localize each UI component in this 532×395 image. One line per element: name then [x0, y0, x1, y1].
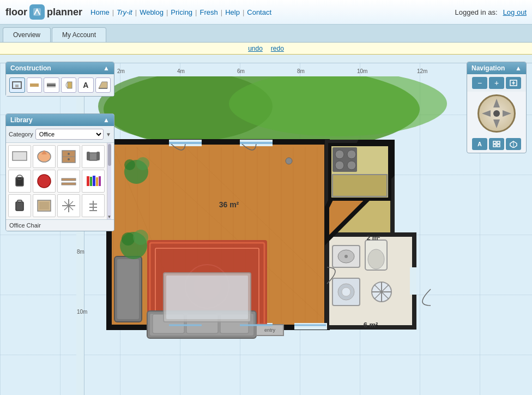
lib-item-bag[interactable]	[8, 170, 31, 193]
svg-text:6 m²: 6 m²	[364, 321, 378, 329]
svg-point-103	[68, 153, 70, 155]
library-panel: Library ▲ Category Office Living Room Be…	[5, 113, 114, 231]
user-area: Logged in as: Log out	[455, 8, 527, 16]
category-arrow-icon: ▼	[106, 131, 111, 137]
category-select[interactable]: Office Living Room Bedroom Kitchen Bathr…	[35, 129, 104, 140]
nav-panel-collapse-icon[interactable]: ▲	[515, 64, 522, 72]
svg-text:36 m²: 36 m²	[219, 200, 239, 209]
construction-collapse-icon[interactable]: ▲	[103, 64, 110, 72]
library-scroll-down[interactable]: ▼	[107, 214, 111, 219]
nav-pricing[interactable]: Pricing	[171, 8, 192, 16]
main-canvas: undo redo 2m 4m 6m 8m 10m 12m 6m 8m 10m	[0, 43, 532, 395]
ruler-10m: 10m	[357, 68, 367, 74]
svg-point-64	[347, 161, 356, 170]
logo: floor planner	[5, 4, 82, 20]
logo-icon	[29, 4, 45, 20]
lib-item-desk2[interactable]	[57, 194, 80, 217]
zoom-in-button[interactable]: +	[489, 77, 504, 89]
svg-rect-111	[62, 178, 76, 181]
zoom-out-button[interactable]: −	[472, 77, 487, 89]
nav-help[interactable]: Help	[225, 8, 240, 16]
library-scrollbar[interactable]: ▼	[107, 143, 111, 219]
tab-overview[interactable]: Overview	[3, 27, 51, 42]
lib-item-armchair[interactable]	[82, 145, 105, 168]
compass-west	[482, 110, 491, 117]
lib-item-cabinet[interactable]	[57, 145, 80, 168]
svg-point-73	[342, 288, 350, 296]
svg-rect-133	[493, 141, 496, 143]
view-2d-button[interactable]: A	[472, 138, 487, 150]
svg-rect-34	[294, 323, 327, 330]
undo-button[interactable]: undo	[248, 45, 263, 52]
category-label: Category	[9, 131, 33, 137]
svg-rect-134	[497, 141, 500, 143]
svg-rect-115	[93, 176, 95, 186]
svg-point-54	[124, 159, 135, 170]
lib-item-bag2[interactable]	[8, 194, 31, 217]
library-scroll-thumb[interactable]	[108, 144, 111, 166]
floor-plan-svg: 36 m²	[76, 76, 447, 395]
erase-tool-btn[interactable]	[95, 77, 111, 93]
lib-item-ball[interactable]	[33, 170, 56, 193]
nav-weblog[interactable]: Weblog	[140, 8, 164, 16]
ruler-6m: 6m	[237, 68, 245, 74]
svg-point-68	[344, 255, 348, 258]
compass-south	[493, 119, 500, 128]
zoom-fit-button[interactable]	[506, 77, 521, 89]
nav-try-it[interactable]: Try-it	[117, 8, 132, 16]
lib-item-stand[interactable]	[82, 194, 105, 217]
lib-item-picture[interactable]	[33, 194, 56, 217]
svg-text:2 m²: 2 m²	[367, 234, 380, 242]
tabs: Overview My Account	[0, 25, 532, 43]
svg-rect-116	[96, 177, 98, 186]
lib-item-shelf[interactable]	[57, 170, 80, 193]
svg-rect-121	[39, 202, 49, 210]
nav-panel-header: Navigation ▲	[467, 62, 526, 74]
ruler-2m: 2m	[117, 68, 125, 74]
ruler-left-10m: 10m	[77, 309, 87, 315]
nav-fresh[interactable]: Fresh	[200, 8, 218, 16]
compass-east	[503, 110, 511, 117]
svg-point-63	[335, 161, 344, 170]
nav-compass[interactable]	[477, 94, 516, 133]
undo-redo-bar: undo redo	[0, 43, 532, 55]
door-tool-btn[interactable]	[61, 77, 77, 93]
logo-text-right: planner	[47, 7, 82, 18]
library-header: Library ▲	[6, 114, 114, 126]
ruler-4m: 4m	[177, 68, 185, 74]
lib-item-books[interactable]	[82, 170, 105, 193]
lib-item-chair-arrow[interactable]	[33, 145, 56, 168]
compass-north	[493, 99, 500, 107]
nav-links: Home | Try-it | Weblog | Pricing | Fresh…	[90, 8, 455, 16]
line-tool-btn[interactable]	[44, 77, 59, 93]
tab-my-account[interactable]: My Account	[52, 27, 106, 42]
ruler-left-8m: 8m	[77, 249, 84, 255]
library-collapse-icon[interactable]: ▲	[103, 116, 110, 124]
library-title: Library	[10, 116, 33, 124]
svg-point-55	[136, 157, 149, 170]
svg-rect-112	[62, 183, 76, 185]
room-tool-btn[interactable]	[9, 77, 25, 93]
svg-rect-114	[90, 177, 92, 186]
svg-point-52	[133, 230, 148, 245]
svg-point-70	[368, 249, 384, 269]
svg-text:entry: entry	[264, 327, 276, 333]
ruler-8m: 8m	[297, 68, 305, 74]
svg-rect-113	[87, 176, 89, 186]
text-tool-btn[interactable]: A	[78, 77, 94, 93]
lib-item-desk[interactable]	[8, 145, 31, 168]
svg-rect-136	[497, 145, 500, 147]
ruler-12m: 12m	[417, 68, 427, 74]
svg-point-51	[122, 232, 135, 246]
nav-home[interactable]: Home	[90, 8, 110, 16]
wall-tool-btn[interactable]	[27, 77, 43, 93]
logout-link[interactable]: Log out	[503, 8, 527, 16]
svg-rect-90	[15, 85, 19, 87]
logo-text-left: floor	[5, 7, 27, 18]
construction-panel: Construction ▲ A	[5, 62, 114, 97]
view-3d-button[interactable]	[506, 138, 521, 150]
svg-rect-107	[96, 152, 100, 160]
nav-contact[interactable]: Contact	[247, 8, 271, 16]
view-grid-button[interactable]	[489, 138, 504, 150]
redo-button[interactable]: redo	[271, 45, 284, 52]
